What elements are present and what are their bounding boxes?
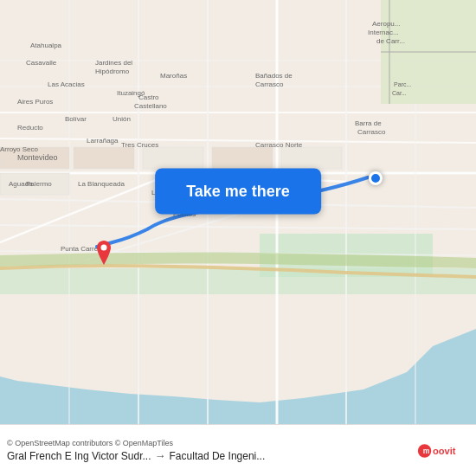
footer-left: © OpenStreetMap contributors © OpenMapTi… [7,439,417,462]
svg-text:Atahualpa: Atahualpa [30,42,62,49]
svg-text:Aires Puros: Aires Puros [17,98,53,106]
svg-text:Arroyo Seco: Arroyo Seco [0,145,39,153]
svg-text:Unión: Unión [113,115,131,123]
svg-rect-26 [74,147,134,169]
svg-rect-27 [143,147,203,169]
footer: © OpenStreetMap contributors © OpenMapTi… [0,424,476,476]
svg-rect-28 [212,147,273,169]
svg-text:Aguada: Aguada [9,180,33,188]
destination-pin [93,241,114,268]
route-arrow-icon: → [155,449,166,462]
route-from: Gral French E Ing Victor Sudr... [7,450,151,462]
route-info: Gral French E Ing Victor Sudr... → Facul… [7,449,417,462]
route-to: Facultad De Ingeni... [170,450,266,462]
map-container: Montevideo Aires Puros Reducto Palermo P… [0,0,476,424]
osm-credit: © OpenStreetMap contributors © OpenMapTi… [7,439,417,447]
svg-text:Car...: Car... [392,90,407,96]
svg-text:Aeropu...: Aeropu... [372,20,400,28]
svg-text:Hipódromo: Hipódromo [95,68,130,75]
svg-text:Carrasco: Carrasco [357,128,386,136]
svg-text:Parc...: Parc... [394,81,411,87]
moovit-logo: m oovit [417,434,469,468]
svg-text:Barra de: Barra de [355,119,382,127]
svg-text:Carrasco: Carrasco [255,80,284,88]
svg-text:La Blanqueada: La Blanqueada [78,180,125,188]
svg-text:Bolívar: Bolívar [65,115,87,123]
svg-text:oovit: oovit [433,446,456,456]
svg-text:Castro: Castro [138,93,159,101]
svg-text:Montevideo: Montevideo [17,153,58,162]
svg-text:Reducto: Reducto [17,124,43,132]
origin-pin [369,171,383,185]
svg-rect-29 [281,147,342,169]
svg-text:Internac...: Internac... [368,29,399,36]
svg-text:Carrasco Norte: Carrasco Norte [255,141,303,149]
svg-text:Bañados de: Bañados de [255,72,293,80]
svg-text:m: m [423,447,430,455]
svg-text:Maroñas: Maroñas [160,72,187,80]
svg-text:Larrañaga: Larrañaga [87,137,119,145]
svg-text:Casavalle: Casavalle [26,59,57,67]
svg-text:Jardines del: Jardines del [95,59,132,67]
take-me-there-button[interactable]: Take me there [155,168,321,214]
svg-point-64 [101,245,107,251]
svg-text:Las Acacias: Las Acacias [48,80,85,88]
svg-text:Castellano: Castellano [134,102,167,110]
svg-text:Tres Cruces: Tres Cruces [121,141,158,149]
svg-text:de Carr...: de Carr... [376,37,405,45]
